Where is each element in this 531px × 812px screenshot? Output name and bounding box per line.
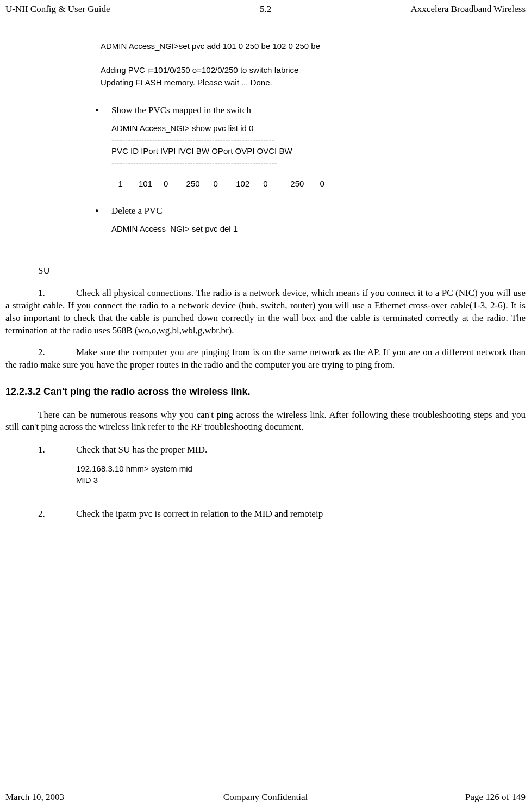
su-heading: SU	[38, 264, 526, 277]
code-line: ADMIN Access_NGI> show pvc list id 0	[111, 122, 526, 134]
code-line: ADMIN Access_NGI> set pvc del 1	[111, 223, 526, 234]
section-step-1: 1.Check that SU has the proper MID.	[38, 443, 526, 456]
step-number: 2.	[38, 507, 76, 520]
footer-left: March 10, 2003	[5, 791, 179, 804]
code-line: ----------------------------------------…	[111, 157, 526, 168]
code-block-1: ADMIN Access_NGI>set pvc add 101 0 250 b…	[101, 40, 526, 89]
table-data-row: 1 101 0 250 0 102 0 250 0	[111, 178, 526, 189]
footer-center: Company Confidential	[179, 791, 352, 804]
step-text: Check the ipatm pvc is correct in relati…	[76, 509, 323, 519]
step-text: Check that SU has the proper MID.	[76, 444, 207, 455]
intro-text: There can be numerous reasons why you ca…	[5, 410, 526, 432]
bullet1-code: ADMIN Access_NGI> show pvc list id 0 ---…	[111, 122, 526, 168]
page-header: U-NII Config & User Guide 5.2 Axxcelera …	[5, 0, 526, 18]
code-line: Updating FLASH memory. Please wait ... D…	[101, 77, 526, 89]
step1-code: 192.168.3.10 hmm> system mid MID 3	[76, 463, 526, 486]
section-heading-12-2-3-2: 12.2.3.2 Can't ping the radio across the…	[5, 385, 526, 399]
step-text: Make sure the computer you are pinging f…	[5, 347, 526, 370]
su-step-1: 1.Check all physical connections. The ra…	[5, 287, 526, 337]
step-text: Check all physical connections. The radi…	[5, 288, 526, 336]
bullet-delete-pvc: Delete a PVC	[90, 204, 526, 218]
section-step-2: 2.Check the ipatm pvc is correct in rela…	[38, 507, 526, 520]
bullet-text: Delete a PVC	[111, 206, 162, 216]
bullet-text: Show the PVCs mapped in the switch	[111, 105, 251, 115]
step-number: 1.	[38, 443, 76, 456]
code-line: ADMIN Access_NGI>set pvc add 101 0 250 b…	[101, 40, 526, 53]
page-footer: March 10, 2003 Company Confidential Page…	[5, 791, 526, 804]
header-right: Axxcelera Broadband Wireless	[352, 3, 526, 16]
bullet2-code: ADMIN Access_NGI> set pvc del 1	[111, 223, 526, 234]
footer-right: Page 126 of 149	[352, 791, 526, 804]
section-intro: There can be numerous reasons why you ca…	[5, 409, 526, 434]
step-number: 2.	[38, 346, 76, 359]
code-line: 192.168.3.10 hmm> system mid	[76, 463, 526, 474]
bullet-show-pvcs: Show the PVCs mapped in the switch	[90, 104, 526, 117]
su-step-2: 2.Make sure the computer you are pinging…	[5, 346, 526, 371]
header-center: 5.2	[179, 3, 352, 16]
code-line: Adding PVC i=101/0/250 o=102/0/250 to sw…	[101, 64, 526, 77]
code-line: MID 3	[76, 474, 526, 486]
page-content: ADMIN Access_NGI>set pvc add 101 0 250 b…	[5, 18, 526, 520]
step-number: 1.	[38, 287, 76, 300]
code-line: ----------------------------------------…	[111, 134, 526, 145]
header-left: U-NII Config & User Guide	[5, 3, 179, 16]
code-line: PVC ID IPort IVPI IVCI BW OPort OVPI OVC…	[111, 145, 526, 157]
